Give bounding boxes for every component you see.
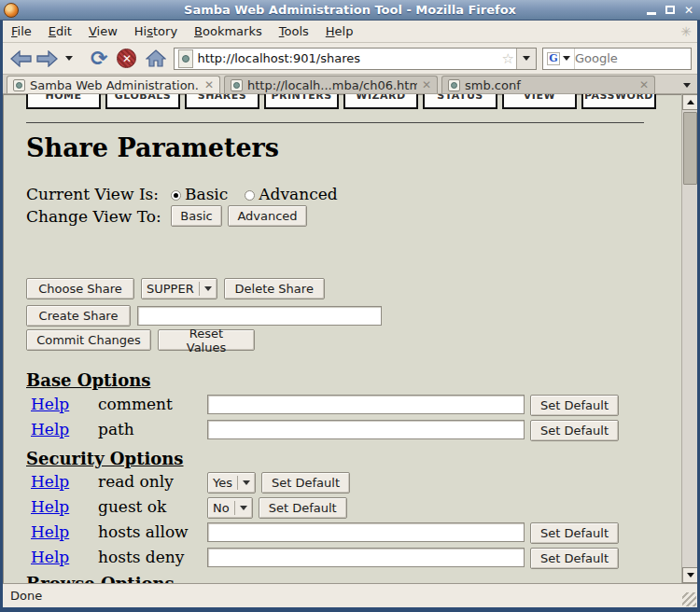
swat-globals-button[interactable]: GLOBALS [105, 94, 180, 109]
stop-icon: ✕ [117, 49, 136, 68]
chevron-down-icon [65, 56, 73, 61]
set-default-button[interactable]: Set Default [259, 497, 347, 519]
menu-view[interactable]: View [80, 21, 126, 41]
menu-bookmarks[interactable]: Bookmarks [186, 21, 271, 41]
reload-button[interactable]: ⟳ [91, 49, 107, 68]
forward-button[interactable] [36, 50, 58, 67]
swat-nav-buttons: HOME GLOBALS SHARES PRINTERS WIZARD STAT… [26, 94, 656, 109]
tab-swat[interactable]: Samba Web Administration... ✕ [7, 76, 220, 93]
stop-button[interactable]: ✕ [117, 49, 136, 68]
back-icon [10, 50, 32, 67]
hosts-deny-input[interactable] [207, 548, 525, 567]
change-view-row: Change View To: Basic Advanced [26, 205, 307, 227]
menu-bar: File Edit View History Bookmarks Tools H… [3, 21, 697, 43]
status-bar: Done [3, 583, 697, 607]
divider [26, 122, 644, 123]
maximize-button[interactable] [662, 2, 679, 18]
search-box[interactable]: G [542, 48, 692, 70]
set-default-button[interactable]: Set Default [261, 472, 350, 494]
page-favicon [178, 49, 193, 68]
resize-grip[interactable] [682, 592, 696, 606]
swat-view-button[interactable]: VIEW [502, 94, 577, 109]
throbber-icon: ✳ [680, 24, 692, 39]
tab-close-icon[interactable]: ✕ [204, 78, 214, 91]
path-input[interactable] [207, 420, 525, 439]
choose-share-button[interactable]: Choose Share [26, 278, 134, 299]
tab-close-icon[interactable]: ✕ [639, 78, 649, 91]
create-share-input[interactable] [137, 306, 382, 326]
home-icon [146, 49, 166, 67]
swat-status-button[interactable]: STATUS [423, 94, 497, 109]
set-default-button[interactable]: Set Default [530, 522, 619, 544]
view-basic-button[interactable]: Basic [171, 205, 222, 227]
arrow-up-icon [687, 100, 694, 104]
scrollbar-thumb[interactable] [683, 112, 697, 185]
menu-history[interactable]: History [126, 21, 186, 41]
help-link[interactable]: Help [31, 548, 69, 566]
option-row-guest-ok: Help guest ok No Set Default [26, 497, 677, 520]
current-view-row: Current View Is: Basic Advanced [26, 185, 338, 203]
option-row-path: Help path Set Default [26, 420, 677, 442]
commit-row: Commit Changes Reset Values [26, 329, 255, 351]
hosts-allow-input[interactable] [207, 522, 525, 542]
chevron-down-icon [683, 83, 691, 88]
create-share-button[interactable]: Create Share [26, 305, 131, 327]
view-advanced-button[interactable]: Advanced [228, 205, 307, 227]
guest-ok-select[interactable]: No [207, 497, 253, 519]
search-engine-button[interactable]: G [543, 49, 575, 69]
option-label: guest ok [98, 497, 166, 516]
close-button[interactable]: ✕ [680, 2, 697, 18]
tab-smbconf[interactable]: smb.conf ✕ [441, 76, 655, 93]
back-button[interactable] [10, 50, 32, 67]
list-all-tabs-button[interactable] [679, 78, 694, 91]
option-label: read only [98, 472, 174, 491]
search-input[interactable] [575, 51, 700, 65]
url-dropdown-button[interactable] [516, 49, 536, 69]
share-select-value: SUPPER [147, 282, 194, 296]
minimize-button[interactable] [643, 2, 660, 18]
help-link[interactable]: Help [31, 472, 69, 491]
menu-tools[interactable]: Tools [271, 21, 317, 41]
history-dropdown-button[interactable] [63, 56, 76, 61]
set-default-button[interactable]: Set Default [530, 395, 619, 416]
set-default-button[interactable]: Set Default [530, 548, 619, 569]
url-input[interactable] [197, 51, 501, 65]
help-link[interactable]: Help [31, 497, 69, 516]
help-link[interactable]: Help [31, 395, 69, 413]
bookmark-star-icon[interactable]: ☆ [502, 50, 514, 67]
read-only-value: Yes [213, 476, 232, 490]
chevron-down-icon [204, 286, 212, 291]
radio-basic[interactable] [171, 190, 181, 201]
read-only-select[interactable]: Yes [207, 472, 256, 494]
vertical-scrollbar[interactable] [681, 94, 697, 583]
radio-advanced[interactable] [245, 190, 255, 201]
delete-share-button[interactable]: Delete Share [224, 278, 325, 299]
swat-printers-button[interactable]: PRINTERS [264, 94, 339, 109]
url-bar[interactable]: ☆ [174, 48, 537, 70]
help-link[interactable]: Help [31, 522, 69, 541]
swat-password-button[interactable]: PASSWORD [581, 94, 656, 109]
option-label: hosts allow [98, 522, 189, 541]
option-row-hosts-allow: Help hosts allow Set Default [26, 522, 677, 545]
swat-home-button[interactable]: HOME [26, 94, 101, 109]
tab-ch06[interactable]: http://localh...mba/ch06.html ✕ [224, 76, 438, 93]
swat-wizard-button[interactable]: WIZARD [343, 94, 418, 109]
set-default-button[interactable]: Set Default [530, 420, 619, 441]
swat-page: HOME GLOBALS SHARES PRINTERS WIZARD STAT… [3, 94, 681, 583]
menu-help[interactable]: Help [317, 21, 362, 41]
menu-file[interactable]: File [3, 21, 40, 41]
scroll-up-button[interactable] [682, 94, 697, 110]
swat-shares-button[interactable]: SHARES [185, 94, 259, 109]
option-label: path [98, 420, 134, 438]
tab-close-icon[interactable]: ✕ [422, 78, 431, 91]
reset-values-button[interactable]: Reset Values [158, 329, 255, 351]
home-button[interactable] [146, 49, 166, 67]
close-icon: ✕ [684, 4, 693, 17]
share-select[interactable]: SUPPER [141, 278, 217, 299]
comment-input[interactable] [207, 395, 525, 414]
scroll-down-button[interactable] [682, 567, 697, 583]
navigation-toolbar: ⟳ ✕ ☆ G [3, 43, 697, 75]
menu-edit[interactable]: Edit [40, 21, 80, 41]
commit-changes-button[interactable]: Commit Changes [26, 329, 151, 351]
help-link[interactable]: Help [31, 420, 69, 438]
